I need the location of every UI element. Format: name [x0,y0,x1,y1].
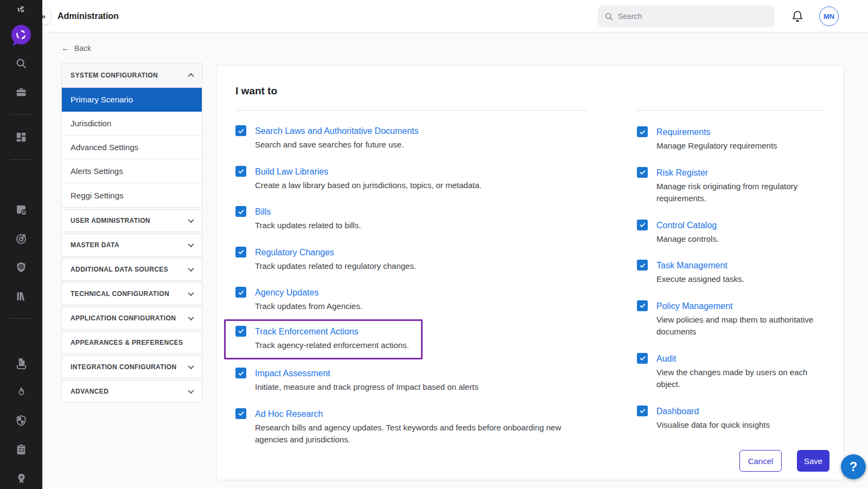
dashboard-grid-icon[interactable] [10,126,32,148]
chevron-down-icon [188,388,194,394]
feature-link[interactable]: Search Laws and Authoritative Documents [255,126,419,136]
feature-desc: Execute assigned tasks. [656,273,744,286]
checkbox-checked[interactable] [235,206,246,217]
feature-bills: Bills Track updates related to bills. [235,205,587,232]
nav-item-jurisdiction[interactable]: Jurisdiction [62,112,202,136]
feature-link[interactable]: Ad Hoc Research [255,409,323,419]
feature-link[interactable]: Audit [656,354,676,363]
card-footer: Cancel Save [739,450,829,472]
checkbox-checked[interactable] [637,126,648,137]
notifications-bell-icon[interactable] [791,10,804,23]
feature-regulatory-changes: Regulatory Changes Track updates related… [235,246,587,273]
certificate-badge-icon[interactable] [10,467,32,489]
nav-section-integration-configuration[interactable]: INTEGRATION CONFIGURATION [61,356,202,378]
briefcase-icon[interactable] [10,81,32,103]
feature-desc: Research bills and agency updates. Test … [255,422,580,446]
nav-section-system-configuration[interactable]: SYSTEM CONFIGURATION [62,63,202,88]
checkbox-checked[interactable] [235,408,246,419]
goals-target-icon[interactable] [10,228,32,249]
checkbox-checked[interactable] [235,287,246,298]
chevron-up-icon [188,73,194,79]
nav-section-advanced[interactable]: ADVANCED [61,380,202,403]
feature-link[interactable]: Control Catalog [656,221,717,230]
settings-nav: SYSTEM CONFIGURATION Primary Scenario Ju… [61,63,202,403]
clipboard-tasks-icon[interactable] [10,439,32,460]
feature-search-laws: Search Laws and Authoritative Documents … [235,125,587,151]
checkbox-checked[interactable] [235,247,246,258]
nav-section-additional-data-sources[interactable]: ADDITIONAL DATA SOURCES [61,258,202,281]
cancel-button[interactable]: Cancel [739,450,782,472]
checkbox-checked[interactable] [235,125,246,136]
feature-link[interactable]: Dashboard [656,407,699,416]
feature-desc: Manage Regulatory requirements [656,140,777,152]
nav-section-technical-configuration[interactable]: TECHNICAL CONFIGURATION [61,282,202,305]
shield-globe-icon[interactable] [10,256,32,278]
shield-quadrant-icon[interactable] [10,410,32,432]
nav-item-alerts-settings[interactable]: Alerts Settings [62,159,202,183]
feature-link[interactable]: Requirements [656,127,711,137]
feature-link[interactable]: Track Enforcement Actions [255,327,359,336]
flame-icon[interactable] [10,381,32,403]
save-button[interactable]: Save [797,450,829,472]
user-avatar[interactable]: MN [819,7,839,26]
assistant-bubble-icon [11,25,31,44]
global-search[interactable] [598,5,775,27]
checkbox-checked[interactable] [637,220,648,230]
checkbox-checked[interactable] [637,406,648,416]
section-heading: I want to [235,85,277,97]
top-bar: » Administration MN [42,0,868,33]
checkbox-checked[interactable] [235,368,246,378]
feature-desc: Search and save searches for future use. [255,139,419,151]
nav-section-application-configuration[interactable]: APPLICATION CONFIGURATION [61,307,202,330]
rail-divider [10,114,32,115]
feature-desc: Initiate, measure and track progress of … [255,381,478,394]
feature-desc: Manage risk originating from regulatory … [656,181,826,205]
feature-impact-assessment: Impact Assessment Initiate, measure and … [235,367,587,394]
reggi-assistant-icon[interactable] [10,24,32,46]
back-arrow-icon: ← [61,43,70,53]
checkbox-checked[interactable] [235,166,246,177]
content-area: ← Back SYSTEM CONFIGURATION Primary Scen… [42,33,868,489]
feature-dashboard: Dashboard Visualise data for quick insig… [637,405,826,432]
nav-section-user-administration[interactable]: USER ADMINISTRATION [61,209,202,232]
nav-item-advanced-settings[interactable]: Advanced Settings [62,136,202,159]
nav-item-reggi-settings[interactable]: Reggi Settings [62,183,202,207]
page-title: Administration [58,11,119,21]
feature-desc: Visualise data for quick insights [656,419,770,432]
nav-section-appearances-preferences[interactable]: APPEARANCES & PREFERENCES [61,331,202,354]
feature-agency-updates: Agency Updates Track updates from Agenci… [235,286,587,313]
chevron-down-icon [188,266,194,272]
feed-alert-icon[interactable] [10,199,32,221]
feature-link[interactable]: Task Management [656,261,727,270]
checkbox-checked[interactable] [637,260,648,271]
search-icon [604,12,614,21]
feature-link[interactable]: Agency Updates [255,288,318,297]
feature-requirements: Requirements Manage Regulatory requireme… [637,126,826,152]
feature-policy-management: Policy Management View policies and map … [637,300,826,338]
nav-item-primary-scenario[interactable]: Primary Scenario [62,88,202,112]
feature-link[interactable]: Bills [255,207,271,216]
feature-link[interactable]: Regulatory Changes [255,248,334,257]
nav-section-master-data[interactable]: MASTER DATA [61,234,202,256]
checkbox-checked[interactable] [235,326,246,337]
search-input[interactable] [618,12,759,21]
feature-link[interactable]: Impact Assessment [255,369,330,378]
chevron-down-icon [188,217,194,223]
checkbox-checked[interactable] [637,353,648,364]
library-books-icon[interactable] [10,285,32,307]
feature-desc: Track agency-related enforcement actions… [255,339,409,352]
feature-link[interactable]: Build Law Libraries [255,167,328,176]
checkbox-checked[interactable] [637,300,648,311]
document-tray-icon[interactable] [10,352,32,374]
feature-desc: View the changes made by users on each o… [656,366,826,391]
help-button[interactable]: ? [841,454,866,479]
back-link[interactable]: ← Back [61,43,91,53]
chevron-down-icon [188,241,194,247]
features-column-right: Requirements Manage Regulatory requireme… [637,85,826,431]
feature-link[interactable]: Policy Management [656,301,733,311]
feature-link[interactable]: Risk Register [656,168,708,177]
search-icon[interactable] [10,53,32,74]
checkbox-checked[interactable] [637,167,648,178]
rail-divider [10,318,32,319]
feature-desc: Track updates related to bills. [255,220,361,232]
